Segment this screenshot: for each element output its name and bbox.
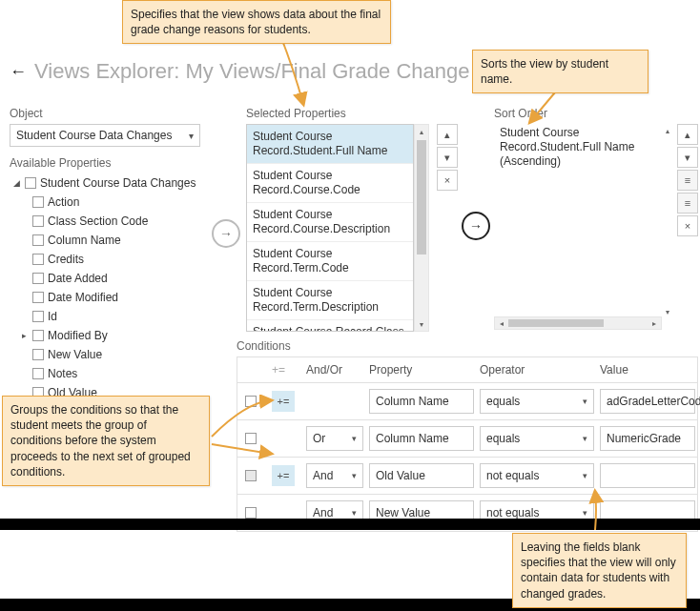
callout-top-text: Specifies that the view shows data about… bbox=[131, 8, 381, 36]
tree-item[interactable]: Column Name bbox=[31, 231, 200, 250]
move-up-button[interactable]: ▴ bbox=[437, 124, 458, 145]
list-item[interactable]: Student Course Record.Term.Code bbox=[247, 242, 413, 281]
scroll-down-icon[interactable]: ▾ bbox=[415, 317, 428, 331]
andor-select[interactable]: And▾ bbox=[306, 463, 363, 488]
sort-desc-button[interactable]: ≡ bbox=[677, 193, 698, 214]
callout-group: Groups the conditions so that the studen… bbox=[2, 396, 210, 486]
move-to-sort-button[interactable]: → bbox=[462, 212, 490, 240]
remove-button[interactable]: × bbox=[677, 215, 698, 236]
expand-icon[interactable]: ▸ bbox=[19, 331, 29, 340]
checkbox[interactable] bbox=[245, 507, 257, 519]
checkbox[interactable] bbox=[32, 349, 44, 360]
scroll-up-icon[interactable]: ▴ bbox=[415, 125, 428, 138]
checkbox[interactable] bbox=[32, 254, 44, 265]
checkbox[interactable] bbox=[32, 215, 44, 227]
tree-item[interactable]: Date Modified bbox=[31, 288, 200, 307]
scroll-thumb[interactable] bbox=[508, 319, 604, 327]
checkbox[interactable] bbox=[245, 396, 257, 407]
group-handle[interactable]: += bbox=[272, 465, 295, 486]
selected-scrollbar[interactable]: ▴ ▾ bbox=[414, 124, 429, 332]
chevron-down-icon: ▾ bbox=[189, 131, 194, 141]
tree-root[interactable]: ◢ Student Course Data Changes bbox=[10, 173, 200, 193]
checkbox[interactable] bbox=[32, 330, 44, 341]
value-input[interactable] bbox=[600, 463, 695, 488]
chevron-down-icon: ▾ bbox=[583, 508, 587, 518]
list-item[interactable]: Student Course Record.Class Section.Sect… bbox=[247, 320, 413, 332]
checkbox[interactable] bbox=[32, 273, 44, 284]
sort-reorder-buttons: ▴ ▾ ≡ ≡ × bbox=[677, 124, 698, 236]
tree-item[interactable]: Credits bbox=[31, 250, 200, 269]
checkbox[interactable] bbox=[32, 196, 44, 208]
scroll-left-icon[interactable]: ◂ bbox=[495, 319, 508, 328]
list-item[interactable]: Student Course Record.Student.Full Name … bbox=[494, 124, 660, 173]
collapse-icon[interactable]: ◢ bbox=[11, 178, 21, 188]
move-up-button[interactable]: ▴ bbox=[677, 124, 698, 145]
close-icon: × bbox=[444, 174, 450, 186]
header-value: Value bbox=[600, 363, 695, 377]
tree-item[interactable]: Notes bbox=[31, 364, 200, 383]
property-input[interactable]: Column Name bbox=[369, 389, 474, 414]
object-label: Object bbox=[10, 107, 200, 120]
sort-asc-button[interactable]: ≡ bbox=[677, 170, 698, 191]
chevron-down-icon: ▾ bbox=[444, 152, 450, 164]
chevron-up-icon: ▴ bbox=[444, 129, 450, 141]
tree-item[interactable]: Class Section Code bbox=[31, 212, 200, 231]
chevron-up-icon: ▴ bbox=[685, 129, 690, 141]
header-andor: And/Or bbox=[306, 363, 363, 377]
sort-column: Sort Order Student Course Record.Student… bbox=[494, 107, 675, 318]
move-down-button[interactable]: ▾ bbox=[677, 147, 698, 168]
checkbox[interactable] bbox=[245, 470, 257, 481]
checkbox[interactable] bbox=[32, 292, 44, 303]
tree-item[interactable]: New Value bbox=[31, 345, 200, 364]
checkbox[interactable] bbox=[32, 311, 44, 322]
sort-listbox[interactable]: Student Course Record.Student.Full Name … bbox=[494, 124, 660, 318]
value-input[interactable]: adGradeLetterCode bbox=[600, 389, 695, 414]
move-down-button[interactable]: ▾ bbox=[437, 147, 458, 168]
list-item[interactable]: Student Course Record.Course.Code bbox=[247, 164, 413, 203]
tree-root-label: Student Course Data Changes bbox=[40, 176, 196, 190]
selected-listbox[interactable]: Student Course Record.Student.Full Name … bbox=[246, 124, 414, 332]
chevron-down-icon: ▾ bbox=[583, 434, 587, 443]
scroll-up-icon[interactable]: ▴ bbox=[660, 124, 675, 137]
tree-item-expandable[interactable]: ▸Modified By bbox=[31, 326, 200, 345]
property-input[interactable]: Column Name bbox=[369, 426, 474, 451]
value-input[interactable]: NumericGrade bbox=[600, 426, 695, 451]
available-tree: ◢ Student Course Data Changes Action Cla… bbox=[10, 173, 200, 402]
list-item[interactable]: Student Course Record.Term.Description bbox=[247, 281, 413, 320]
list-item[interactable]: Student Course Record.Student.Full Name bbox=[247, 125, 413, 164]
operator-select[interactable]: not equals▾ bbox=[480, 463, 594, 488]
chevron-down-icon: ▾ bbox=[352, 434, 357, 443]
andor-select[interactable]: Or▾ bbox=[306, 426, 363, 451]
callout-sort-text: Sorts the view by student name. bbox=[481, 57, 608, 86]
checkbox[interactable] bbox=[245, 433, 257, 444]
group-handle[interactable]: += bbox=[272, 391, 295, 412]
tree-item[interactable]: Date Added bbox=[31, 269, 200, 288]
sort-label: Sort Order bbox=[494, 107, 675, 120]
remove-button[interactable]: × bbox=[437, 170, 458, 191]
scroll-thumb[interactable] bbox=[417, 140, 426, 255]
condition-row: += Column Name equals▾ adGradeLetterCode… bbox=[237, 383, 698, 420]
move-right-button[interactable]: → bbox=[212, 219, 240, 248]
separator-band bbox=[0, 519, 700, 530]
tree-item[interactable]: Id bbox=[31, 307, 200, 326]
checkbox[interactable] bbox=[25, 177, 36, 189]
sort-hscroll[interactable]: ◂ ▸ bbox=[494, 316, 662, 330]
tree-item[interactable]: Action bbox=[31, 193, 200, 212]
conditions-label: Conditions bbox=[237, 339, 698, 353]
sort-scrollbar[interactable]: ▴ ▾ bbox=[660, 124, 675, 318]
list-item[interactable]: Student Course Record.Course.Description bbox=[247, 203, 413, 242]
object-select-value: Student Course Data Changes bbox=[16, 129, 172, 142]
chevron-down-icon: ▾ bbox=[352, 508, 357, 518]
back-arrow-icon[interactable]: ← bbox=[10, 62, 27, 82]
checkbox[interactable] bbox=[32, 368, 44, 379]
scroll-down-icon[interactable]: ▾ bbox=[660, 305, 675, 318]
operator-select[interactable]: equals▾ bbox=[480, 426, 594, 451]
left-column: Object Student Course Data Changes ▾ Ava… bbox=[10, 107, 200, 402]
object-select[interactable]: Student Course Data Changes ▾ bbox=[10, 124, 200, 147]
checkbox[interactable] bbox=[32, 234, 44, 246]
operator-select[interactable]: equals▾ bbox=[480, 389, 594, 414]
scroll-right-icon[interactable]: ▸ bbox=[648, 319, 661, 328]
callout-blank: Leaving the fields blank specifies that … bbox=[512, 533, 687, 608]
property-input[interactable]: Old Value bbox=[369, 463, 474, 488]
available-label: Available Properties bbox=[10, 156, 200, 170]
